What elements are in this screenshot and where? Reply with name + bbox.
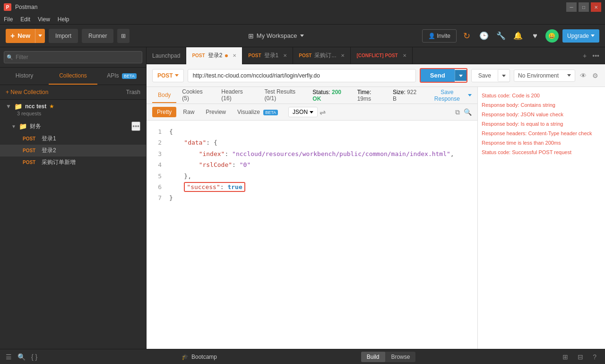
split-view-button[interactable]: ⊟: [575, 352, 586, 362]
collection-name: ncc test: [25, 103, 46, 110]
environment-selector[interactable]: No Environment: [514, 69, 575, 82]
tab-close-icon-2[interactable]: ✕: [283, 53, 287, 58]
test-item-3[interactable]: Response body: JSON value check: [482, 110, 601, 119]
format-selector[interactable]: JSON: [288, 107, 318, 117]
tabs-actions: + •••: [577, 50, 605, 61]
sidebar-search-area: 🔍: [0, 47, 146, 68]
url-env-row: POST Send Save No Environment �: [147, 64, 605, 87]
statusbar: ☰ 🔍 { } 🎓 Bootcamp Build Browse ⊞ ⊟ ?: [0, 349, 605, 364]
save-dropdown-button[interactable]: [498, 70, 510, 81]
upgrade-button[interactable]: Upgrade: [562, 29, 599, 43]
env-eye-button[interactable]: 👁: [579, 71, 588, 80]
format-tab-raw[interactable]: Raw: [178, 107, 199, 117]
format-tab-pretty[interactable]: Pretty: [152, 107, 176, 117]
save-button-group: Save: [471, 69, 510, 82]
invite-button[interactable]: 👤 Invite: [422, 29, 457, 43]
workspace-selector[interactable]: ⊞ My Workspace: [133, 32, 418, 40]
tab-apis[interactable]: APIs BETA: [97, 68, 146, 85]
runner-button[interactable]: Runner: [82, 29, 113, 43]
tab-post-purchase[interactable]: POST 采购订... ✕: [293, 47, 351, 64]
minimize-button[interactable]: ─: [566, 2, 577, 12]
tab-post-login2[interactable]: POST 登录2 ✕: [186, 47, 242, 64]
add-tab-button[interactable]: +: [581, 50, 588, 61]
filter-input[interactable]: [4, 51, 142, 63]
url-input[interactable]: [188, 69, 416, 82]
menu-edit[interactable]: Edit: [20, 16, 30, 23]
tab-post-login1[interactable]: POST 登录1 ✕: [242, 47, 293, 64]
format-dropdown-icon: [310, 111, 313, 113]
tab-history[interactable]: History: [0, 68, 49, 85]
test-item-4[interactable]: Response body: Is equal to a string: [482, 119, 601, 129]
history-button[interactable]: 🕒: [477, 29, 491, 43]
copy-button[interactable]: ⧉: [455, 108, 460, 116]
word-wrap-button[interactable]: ⇌: [320, 108, 326, 117]
menu-help[interactable]: Help: [58, 16, 69, 23]
method-badge-post2: POST: [23, 148, 38, 153]
tab-close-icon-4[interactable]: ✕: [403, 53, 406, 58]
format-tab-visualize[interactable]: Visualize BETA: [233, 107, 283, 117]
test-item-6[interactable]: Response time is less than 200ms: [482, 138, 601, 147]
method-selector[interactable]: POST: [152, 69, 184, 82]
search-body-button[interactable]: 🔍: [464, 108, 472, 116]
tab-conflict-post[interactable]: [CONFLICT] POST ✕: [351, 47, 412, 64]
format-tab-preview[interactable]: Preview: [201, 107, 231, 117]
new-button-dropdown[interactable]: [35, 29, 45, 43]
maximize-button[interactable]: □: [579, 2, 589, 12]
send-button[interactable]: Send: [421, 69, 455, 82]
sidebar-toggle-button[interactable]: ☰: [6, 353, 12, 361]
trash-button[interactable]: Trash: [126, 89, 140, 95]
request-name: 登录1: [42, 135, 56, 143]
bootcamp-button[interactable]: 🎓 Bootcamp: [182, 354, 217, 360]
resp-tab-headers[interactable]: Headers (16): [216, 87, 259, 106]
tab-close-icon-3[interactable]: ✕: [341, 53, 345, 58]
test-item-5[interactable]: Response headers: Content-Type header ch…: [482, 129, 601, 138]
json-viewer: 1 { 2 "data": { 3 "index": "nccloud/reso…: [147, 121, 477, 349]
resp-tab-body[interactable]: Body: [152, 88, 176, 103]
import-button[interactable]: Import: [49, 29, 78, 43]
close-button[interactable]: ✕: [591, 2, 601, 12]
new-button[interactable]: + New: [6, 29, 45, 43]
search-icon: 🔍: [7, 54, 13, 61]
env-dropdown-icon: [567, 74, 571, 77]
unsaved-dot: [225, 54, 228, 57]
time-label: Time: 19ms: [357, 89, 385, 102]
resp-tab-test-results[interactable]: Test Results (0/1): [259, 87, 313, 106]
notification-button[interactable]: 🔔: [511, 29, 525, 43]
sync-button[interactable]: ↻: [460, 29, 474, 43]
save-response-button[interactable]: Save Response: [428, 89, 472, 102]
code-status-button[interactable]: { }: [31, 353, 37, 361]
tools-button[interactable]: 🔧: [494, 29, 508, 43]
menu-file[interactable]: File: [4, 16, 13, 23]
request-purchase[interactable]: POST 采购订单新增: [0, 156, 146, 168]
search-status-button[interactable]: 🔍: [17, 353, 26, 361]
request-login2[interactable]: POST 登录2: [0, 145, 146, 156]
api-network-button[interactable]: ⊞: [117, 29, 130, 43]
env-settings-button[interactable]: ⚙: [591, 71, 599, 80]
test-item-7[interactable]: Status code: Successful POST request: [482, 147, 601, 157]
test-item-2[interactable]: Response body: Contains string: [482, 100, 601, 110]
new-button-main[interactable]: + New: [6, 32, 35, 40]
sidebar-actions: + New Collection Trash: [0, 85, 146, 100]
send-dropdown-button[interactable]: [455, 70, 467, 81]
save-button[interactable]: Save: [472, 69, 498, 82]
menubar: File Edit View Help: [0, 14, 605, 25]
collection-ncc-test[interactable]: ▼ 📁 ncc test ★ 3 requests: [0, 100, 146, 120]
test-panel: Status code: Code is 200 Response body: …: [477, 87, 605, 349]
new-collection-button[interactable]: + New Collection: [6, 89, 48, 95]
more-tabs-button[interactable]: •••: [590, 50, 601, 61]
tab-launchpad[interactable]: Launchpad: [147, 47, 186, 64]
folder-caiwu[interactable]: ▼ 📁 财务 •••: [0, 120, 146, 133]
test-item-1[interactable]: Status code: Code is 200: [482, 91, 601, 100]
resp-tab-cookies[interactable]: Cookies (5): [176, 87, 216, 106]
request-login1[interactable]: POST 登录1: [0, 133, 146, 145]
tab-collections[interactable]: Collections: [49, 68, 97, 85]
menu-view[interactable]: View: [38, 16, 50, 23]
browse-button[interactable]: Browse: [385, 352, 415, 362]
folder-more-button[interactable]: •••: [131, 121, 140, 131]
avatar[interactable]: 😀: [545, 29, 559, 43]
build-button[interactable]: Build: [361, 352, 385, 362]
tab-close-icon[interactable]: ✕: [233, 53, 236, 58]
heart-button[interactable]: ♥: [528, 29, 542, 43]
layout-button[interactable]: ⊞: [560, 352, 571, 362]
help-button[interactable]: ?: [590, 352, 599, 362]
